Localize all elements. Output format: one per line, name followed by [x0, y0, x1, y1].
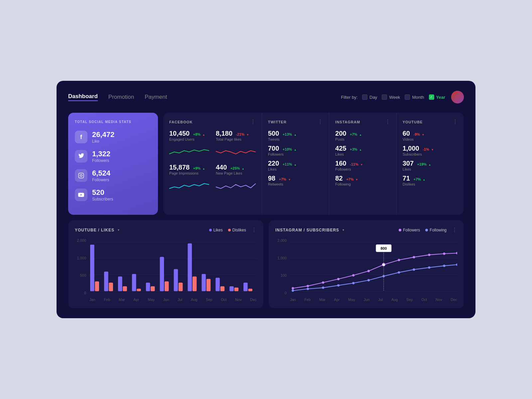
fb-page-likes-label: Total Page likes [216, 137, 256, 141]
youtube-stat-info: 520 Subscribers [92, 188, 113, 201]
instagram-card-title: INSTAGRAM [335, 120, 360, 124]
following-legend-dot [425, 229, 428, 231]
youtube-stat-value: 520 [92, 188, 113, 197]
bar-chart-area: JanFebMarAprMayJunJulAugSepOctNovDec [89, 238, 257, 302]
filter-year[interactable]: Year [429, 94, 445, 100]
filter-check-year [429, 94, 434, 100]
svg-rect-22 [151, 286, 155, 291]
filter-group: Filter by: Day Week Month Year [341, 94, 445, 100]
svg-rect-21 [137, 289, 141, 291]
instagram-menu[interactable]: ⋮ [385, 119, 390, 125]
twitter-card-title: TWITTER [268, 120, 287, 124]
svg-point-42 [413, 256, 415, 258]
youtube-chart-title: YOUTUBE / LIKES [75, 228, 114, 232]
bar-chart-svg [89, 238, 257, 295]
instagram-stat-info: 6,524 Followers [92, 169, 110, 182]
instagram-chart-card: INSTAGRAM / SUBSCRIBERS ▾ Followers Foll… [269, 220, 464, 308]
twitter-likes-value: 220 +11% ▲ [268, 160, 323, 167]
youtube-subscribers-badge: -1% [423, 147, 429, 151]
facebook-icon: f [75, 131, 87, 143]
instagram-chart-controls: Followers Following ⋮ [399, 227, 457, 233]
tab-dashboard[interactable]: Dashboard [68, 93, 98, 101]
youtube-menu[interactable]: ⋮ [453, 119, 458, 125]
twitter-stat-info: 1,322 Followers [92, 150, 110, 163]
line-chart-svg: 800 [290, 238, 457, 295]
fb-page-likes-badge: -21% [236, 132, 245, 136]
instagram-stat-label: Followers [92, 178, 110, 182]
youtube-likes-value: 307 +19% ▲ [403, 160, 458, 167]
svg-rect-8 [118, 276, 122, 291]
instagram-chart-dropdown[interactable]: ▾ [342, 228, 344, 232]
following-legend: Following [425, 228, 447, 232]
svg-rect-28 [234, 288, 239, 291]
twitter-likes: 220 +11% ▲ Likes [268, 160, 323, 171]
twitter-stat-label: Followers [92, 158, 110, 163]
svg-point-46 [292, 290, 294, 292]
youtube-bar-chart-wrap: 2,000 1,000 500 0 JanFebMarAp [75, 238, 257, 302]
instagram-icon [75, 169, 87, 182]
filter-check-month [405, 94, 410, 100]
youtube-likes-badge: +19% [417, 162, 427, 166]
twitter-followers-label: Followers [268, 152, 323, 156]
fb-new-likes-chart [216, 179, 256, 190]
youtube-chart-card: YOUTUBE / LIKES ▾ Likes Dislikes [68, 220, 263, 308]
filter-month[interactable]: Month [405, 94, 424, 100]
bar-y-axis: 2,000 1,000 500 0 [75, 238, 88, 295]
likes-legend-dot [209, 229, 212, 231]
twitter-retweets: 98 +7% ▼ Retweets [268, 175, 323, 186]
header-right: Filter by: Day Week Month Year [341, 91, 464, 103]
followers-legend: Followers [399, 228, 420, 232]
youtube-card: YOUTUBE ⋮ 60 -9% ▼ Videos 1,000 -1% ▼ [397, 113, 464, 215]
platform-stats-grid: FACEBOOK ⋮ 10,450 +8% ▲ Engaged Users [163, 113, 464, 215]
twitter-stat-value: 1,322 [92, 150, 110, 158]
filter-week[interactable]: Week [382, 94, 400, 100]
youtube-chart-dropdown[interactable]: ▾ [118, 228, 119, 232]
youtube-videos-value: 60 -9% ▼ [403, 130, 458, 137]
svg-point-34 [292, 287, 294, 290]
svg-point-50 [352, 282, 354, 284]
instagram-posts-badge: +7% [350, 132, 357, 136]
dashboard-container: Dashboard Promotion Payment Filter by: D… [57, 81, 475, 318]
tab-promotion[interactable]: Promotion [108, 94, 134, 100]
instagram-chart-legend: Followers Following [399, 228, 447, 232]
svg-point-36 [322, 281, 324, 284]
instagram-likes-label: Likes [335, 152, 390, 156]
youtube-subscribers-value: 1,000 -1% ▼ [403, 145, 458, 152]
svg-rect-12 [174, 269, 178, 291]
line-y-axis: 2,000 1,000 100 0 [275, 238, 289, 295]
twitter-menu[interactable]: ⋮ [318, 119, 323, 125]
facebook-stat-value: 26,472 [92, 130, 114, 139]
svg-rect-23 [165, 281, 169, 291]
svg-rect-7 [104, 272, 108, 291]
facebook-stats-grid: 10,450 +8% ▲ Engaged Users [169, 130, 256, 193]
svg-point-47 [307, 288, 309, 290]
svg-rect-17 [243, 283, 248, 291]
filter-day[interactable]: Day [362, 94, 377, 100]
instagram-likes-value: 425 +3% ▲ [335, 145, 390, 152]
youtube-likes: 307 +19% ▲ Likes [403, 160, 458, 171]
fb-impressions-badge: +9% [193, 166, 200, 170]
svg-point-35 [307, 285, 309, 287]
youtube-chart-menu[interactable]: ⋮ [251, 227, 257, 233]
svg-rect-26 [206, 279, 211, 291]
twitter-card: TWITTER ⋮ 500 +13% ▲ Tweets 700 +10% ▲ [262, 113, 329, 215]
youtube-videos-badge: -9% [413, 132, 420, 136]
instagram-chart-menu[interactable]: ⋮ [452, 227, 457, 233]
dislikes-legend-label: Dislikes [232, 228, 246, 232]
avatar[interactable] [451, 91, 464, 103]
svg-rect-18 [95, 281, 99, 291]
instagram-posts-label: Posts [335, 137, 390, 141]
youtube-stat-label: Subscribers [92, 197, 113, 201]
svg-point-53 [398, 271, 400, 274]
youtube-chart-controls: Likes Dislikes ⋮ [209, 227, 257, 233]
facebook-card: FACEBOOK ⋮ 10,450 +8% ▲ Engaged Users [163, 113, 262, 215]
svg-point-43 [428, 254, 430, 256]
instagram-line-chart-wrap: 2,000 1,000 100 0 [275, 238, 457, 302]
svg-point-57 [456, 263, 457, 266]
facebook-menu[interactable]: ⋮ [250, 119, 256, 125]
svg-point-45 [456, 252, 457, 254]
twitter-tweets-badge: +13% [283, 132, 292, 136]
twitter-followers-value: 700 +10% ▲ [268, 145, 323, 152]
tab-payment[interactable]: Payment [145, 94, 167, 100]
header: Dashboard Promotion Payment Filter by: D… [68, 91, 464, 103]
